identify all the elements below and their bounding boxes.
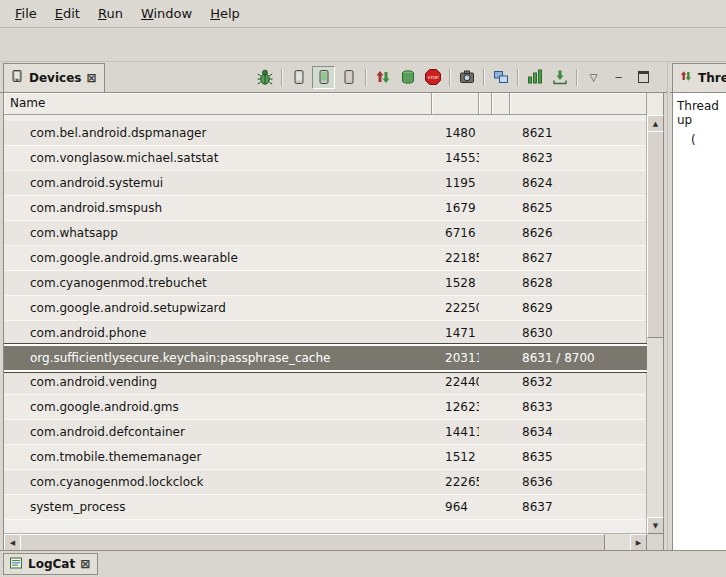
table-row[interactable]: com.vonglasow.michael.satstat145538623 [4, 146, 647, 171]
screenshot-icon[interactable] [455, 66, 478, 89]
process-name: com.android.vending [4, 375, 432, 389]
table-row[interactable]: com.google.android.gms.wearable221858627 [4, 246, 647, 271]
table-row[interactable]: com.android.smspush16798625 [4, 196, 647, 221]
process-pid: 1195 [432, 176, 479, 190]
process-port: 8630 [510, 326, 647, 340]
svg-text:STOP: STOP [427, 75, 439, 80]
menu-file[interactable]: File [6, 2, 46, 25]
column-header-name[interactable]: Name [4, 93, 432, 115]
process-pid: 14553 [432, 151, 479, 165]
column-header-pid[interactable] [432, 93, 479, 115]
export-icon[interactable] [548, 66, 571, 89]
tab-devices[interactable]: Devices [3, 63, 105, 93]
process-port: 8628 [510, 276, 647, 290]
process-name: com.cyanogenmod.trebuchet [4, 276, 432, 290]
scroll-right-button[interactable] [630, 534, 647, 551]
column-header-port[interactable] [510, 93, 647, 115]
toolbar-separator [449, 69, 450, 86]
table-row[interactable]: com.google.android.setupwizard222508629 [4, 296, 647, 321]
process-port: 8625 [510, 201, 647, 215]
process-port: 8631 / 8700 [510, 351, 647, 365]
process-pid: 1480 [432, 126, 479, 140]
table-row[interactable]: com.google.android.gms126238633 [4, 395, 647, 420]
device-table: Name com.bel.android.dspmanager14808621c… [3, 92, 664, 551]
threads-message-line1: Thread up [677, 99, 722, 127]
devices-tabstrip: Devices STOP [0, 62, 667, 93]
close-icon[interactable] [86, 73, 96, 83]
table-row[interactable]: com.cyanogenmod.trebuchet15288628 [4, 271, 647, 296]
process-pid: 1512 [432, 450, 479, 464]
minimize-icon[interactable] [607, 66, 630, 89]
table-row[interactable]: com.bel.android.dspmanager14808621 [4, 121, 647, 146]
threads-message-line2: ( [677, 133, 722, 147]
threads-content: Thread up ( [672, 92, 726, 551]
hierarchy-view-icon[interactable] [489, 66, 512, 89]
menu-run[interactable]: Run [89, 2, 132, 25]
device-active-icon[interactable] [312, 66, 335, 89]
menu-window[interactable]: Window [132, 2, 201, 25]
maximize-icon[interactable] [632, 66, 655, 89]
column-header-c4[interactable] [492, 93, 510, 115]
device-table-header: Name [4, 93, 647, 115]
process-name: com.tmobile.thememanager [4, 450, 432, 464]
process-port: 8623 [510, 151, 647, 165]
close-icon[interactable] [80, 559, 90, 569]
process-port: 8636 [510, 475, 647, 489]
main-area: Devices STOP Name com.bel.android.dspman… [0, 62, 726, 551]
scroll-up-button[interactable] [647, 115, 664, 132]
update-threads-icon[interactable] [371, 66, 394, 89]
device-icon[interactable] [287, 66, 310, 89]
devices-tab-label: Devices [29, 71, 81, 85]
process-pid: 20311 [432, 351, 479, 365]
table-row[interactable]: com.whatsapp67168626 [4, 221, 647, 246]
toolbar-separator [576, 69, 577, 86]
process-port: 8634 [510, 425, 647, 439]
menu-bar: FileEditRunWindowHelp [0, 0, 726, 28]
devices-toolbar: STOP [253, 65, 655, 89]
view-menu-icon[interactable] [582, 66, 605, 89]
process-name: com.android.defcontainer [4, 425, 432, 439]
process-port: 8624 [510, 176, 647, 190]
table-row[interactable]: com.android.phone14718630 [4, 321, 647, 346]
process-name: com.bel.android.dspmanager [4, 126, 432, 140]
process-pid: 1528 [432, 276, 479, 290]
tab-threads[interactable]: Threads [672, 63, 726, 93]
process-port: 8621 [510, 126, 647, 140]
toolbar-separator [281, 69, 282, 86]
process-name: com.google.android.gms.wearable [4, 251, 432, 265]
scroll-left-button[interactable] [4, 534, 21, 551]
horizontal-scroll-thumb[interactable] [20, 534, 605, 551]
table-row[interactable]: system_process9648637 [4, 495, 647, 520]
sysinfo-icon[interactable] [523, 66, 546, 89]
process-pid: 12623 [432, 400, 479, 414]
process-port: 8633 [510, 400, 647, 414]
debug-icon[interactable] [253, 66, 276, 89]
table-row[interactable]: org.sufficientlysecure.keychain:passphra… [4, 346, 647, 370]
update-heap-icon[interactable] [396, 66, 419, 89]
toolbar-separator [483, 69, 484, 86]
vertical-scroll-thumb[interactable] [647, 131, 664, 338]
menu-help[interactable]: Help [201, 2, 249, 25]
process-pid: 22185 [432, 251, 479, 265]
process-pid: 1679 [432, 201, 479, 215]
table-row[interactable]: com.android.vending224408632 [4, 370, 647, 395]
ddms-window: FileEditRunWindowHelp Devices STOP Name [0, 0, 726, 577]
scroll-down-button[interactable] [647, 517, 664, 534]
menu-edit[interactable]: Edit [46, 2, 89, 25]
logcat-bar: LogCat [0, 550, 726, 577]
threads-tab-label: Threads [698, 71, 726, 85]
stop-icon[interactable]: STOP [421, 66, 444, 89]
process-port: 8627 [510, 251, 647, 265]
horizontal-scrollbar[interactable] [4, 533, 647, 550]
process-port: 8626 [510, 226, 647, 240]
device-table-rows: com.bel.android.dspmanager14808621com.vo… [4, 115, 647, 534]
column-header-c3[interactable] [479, 93, 492, 115]
table-row[interactable]: com.android.defcontainer144118634 [4, 420, 647, 445]
threads-panel: Threads Thread up ( [670, 62, 726, 551]
tab-logcat[interactable]: LogCat [3, 553, 98, 575]
table-row[interactable]: com.android.systemui11958624 [4, 171, 647, 196]
table-row[interactable]: com.tmobile.thememanager15128635 [4, 445, 647, 470]
vertical-scrollbar[interactable] [646, 115, 663, 534]
table-row[interactable]: com.cyanogenmod.lockclock222658636 [4, 470, 647, 495]
device-offline-icon[interactable] [337, 66, 360, 89]
